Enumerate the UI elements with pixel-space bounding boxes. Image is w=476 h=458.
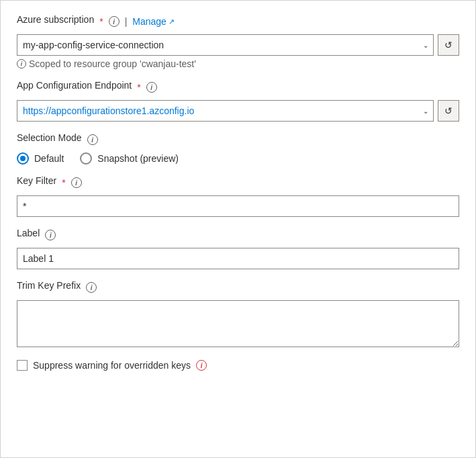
- key-filter-label: Key Filter: [17, 175, 56, 186]
- suppress-warning-checkbox[interactable]: [17, 360, 28, 371]
- external-link-icon: ↗: [169, 17, 175, 26]
- scope-info-icon: i: [17, 59, 26, 68]
- app-config-endpoint-dropdown-row: https://appconfigurationstore1.azconfig.…: [17, 100, 459, 122]
- app-config-endpoint-refresh-button[interactable]: ↺: [438, 100, 459, 122]
- label-label: Label: [17, 228, 40, 238]
- trim-key-prefix-textarea[interactable]: [17, 300, 459, 347]
- radio-snapshot-circle: [80, 152, 92, 165]
- azure-subscription-label: Azure subscription: [17, 14, 94, 25]
- azure-subscription-dropdown-row: my-app-config-service-connection ⌄ ↺: [17, 34, 459, 56]
- radio-snapshot-label: Snapshot (preview): [97, 153, 179, 164]
- label-input[interactable]: [17, 248, 459, 269]
- app-config-endpoint-info-icon[interactable]: i: [146, 82, 157, 93]
- selection-mode-label: Selection Mode: [17, 132, 82, 143]
- azure-subscription-select[interactable]: my-app-config-service-connection: [17, 34, 434, 56]
- label-info-icon[interactable]: i: [45, 230, 56, 240]
- azure-subscription-dropdown-wrapper: my-app-config-service-connection ⌄: [17, 34, 434, 56]
- radio-default-circle: [17, 152, 29, 165]
- label-header: Label i: [17, 228, 459, 242]
- main-panel: Azure subscription * i | Manage ↗ my-app…: [0, 0, 476, 458]
- selection-mode-info-icon[interactable]: i: [87, 134, 98, 145]
- azure-subscription-required: *: [99, 16, 103, 27]
- scope-note: i Scoped to resource group 'cwanjau-test…: [17, 58, 459, 69]
- key-filter-header: Key Filter * i: [17, 175, 459, 190]
- selection-mode-radio-group: Default Snapshot (preview): [17, 152, 459, 165]
- azure-subscription-group: Azure subscription * i | Manage ↗ my-app…: [17, 14, 459, 69]
- suppress-warning-label: Suppress warning for overridden keys: [33, 360, 191, 371]
- trim-key-prefix-group: Trim Key Prefix i: [17, 280, 459, 349]
- key-filter-required: *: [62, 177, 65, 188]
- key-filter-group: Key Filter * i: [17, 175, 459, 217]
- app-config-endpoint-group: App Configuration Endpoint * i https://a…: [17, 80, 459, 122]
- selection-mode-group: Selection Mode i Default Snapshot (previ…: [17, 132, 459, 165]
- app-config-endpoint-header: App Configuration Endpoint * i: [17, 80, 459, 95]
- selection-mode-header: Selection Mode i: [17, 132, 459, 147]
- radio-default-label: Default: [34, 153, 64, 164]
- app-config-endpoint-required: *: [137, 82, 140, 93]
- key-filter-info-icon[interactable]: i: [71, 177, 82, 188]
- app-config-endpoint-label: App Configuration Endpoint: [17, 80, 132, 91]
- azure-subscription-refresh-button[interactable]: ↺: [438, 34, 459, 56]
- manage-link[interactable]: Manage ↗: [132, 16, 175, 27]
- app-config-endpoint-select[interactable]: https://appconfigurationstore1.azconfig.…: [17, 100, 434, 122]
- selection-mode-default-option[interactable]: Default: [17, 152, 64, 165]
- key-filter-input[interactable]: [17, 195, 459, 217]
- suppress-warning-row: Suppress warning for overridden keys i: [17, 360, 459, 371]
- app-config-endpoint-dropdown-wrapper: https://appconfigurationstore1.azconfig.…: [17, 100, 434, 122]
- selection-mode-snapshot-option[interactable]: Snapshot (preview): [80, 152, 179, 165]
- trim-key-prefix-label: Trim Key Prefix: [17, 280, 81, 291]
- suppress-warning-info-icon[interactable]: i: [196, 360, 207, 371]
- divider: |: [125, 16, 128, 27]
- azure-subscription-header: Azure subscription * i | Manage ↗: [17, 14, 459, 29]
- trim-key-prefix-header: Trim Key Prefix i: [17, 280, 459, 295]
- label-group: Label i: [17, 228, 459, 269]
- radio-default-inner: [20, 156, 26, 161]
- trim-key-prefix-info-icon[interactable]: i: [86, 282, 97, 293]
- azure-subscription-info-icon[interactable]: i: [109, 16, 120, 27]
